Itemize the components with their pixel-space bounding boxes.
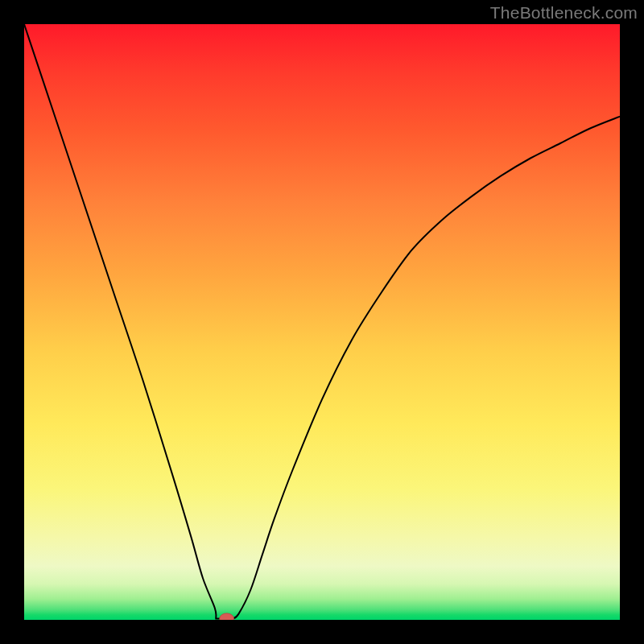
plot-area: [24, 24, 620, 620]
chart-frame: TheBottleneck.com: [0, 0, 644, 644]
curve-layer: [24, 24, 620, 620]
minimum-marker: [220, 613, 234, 620]
watermark-text: TheBottleneck.com: [490, 3, 638, 23]
bottleneck-curve: [24, 24, 620, 619]
